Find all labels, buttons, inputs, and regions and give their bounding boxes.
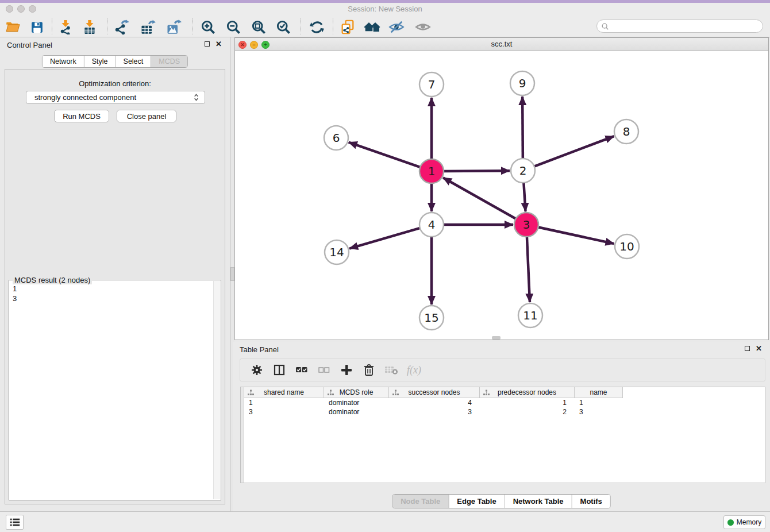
graph-edge-2-3[interactable] [523, 182, 525, 211]
run-mcds-button[interactable]: Run MCDS [54, 110, 109, 122]
column-header-MCDS-role[interactable]: MCDS role [324, 387, 389, 398]
tab-network-table[interactable]: Network Table [505, 495, 572, 508]
export-network-icon[interactable] [114, 19, 130, 35]
network-graph[interactable]: 1234678910111415 [235, 51, 768, 340]
graph-edge-3-1[interactable] [443, 178, 517, 219]
search-input[interactable] [611, 22, 763, 30]
graph-edge-2-9[interactable] [522, 97, 523, 160]
network-window-title: scc.txt [235, 38, 768, 51]
task-history-button[interactable] [6, 515, 24, 530]
hide-selected-icon[interactable] [388, 19, 405, 35]
save-session-icon[interactable] [29, 19, 45, 35]
zoom-in-icon[interactable] [200, 19, 216, 35]
graph-edge-1-6[interactable] [349, 142, 421, 168]
table-cell[interactable]: 1 [575, 398, 623, 407]
close-table-panel-icon[interactable]: ✕ [756, 345, 762, 352]
column-header-name[interactable]: name [575, 387, 623, 398]
graph-node-3[interactable]: 3 [514, 213, 538, 237]
close-panel-icon[interactable]: ✕ [215, 41, 222, 47]
graph-node-9[interactable]: 9 [510, 71, 534, 95]
table-cell[interactable]: 4 [389, 398, 480, 407]
zoom-out-icon[interactable] [225, 19, 241, 35]
mcds-result-text[interactable]: 1 3 [13, 284, 17, 303]
graph-edge-3-11[interactable] [527, 236, 530, 302]
tab-motifs[interactable]: Motifs [572, 495, 610, 508]
apply-layout-icon[interactable] [309, 19, 325, 35]
search-field[interactable] [596, 20, 763, 33]
deselect-all-icon[interactable] [317, 363, 331, 377]
tab-style[interactable]: Style [84, 56, 116, 67]
import-network-icon[interactable] [57, 19, 74, 35]
table-settings-icon[interactable] [250, 363, 264, 377]
show-all-icon[interactable] [415, 19, 431, 35]
zoom-selected-icon[interactable] [275, 19, 291, 35]
network-close-button[interactable]: ✕ [238, 41, 247, 49]
window-close-button[interactable] [6, 5, 13, 13]
column-header-successor-nodes[interactable]: successor nodes [389, 387, 480, 398]
svg-text:2: 2 [519, 164, 527, 178]
clone-network-icon[interactable] [340, 19, 356, 35]
graph-node-7[interactable]: 7 [419, 72, 444, 97]
column-header-shared-name[interactable]: shared name [244, 387, 324, 398]
zoom-fit-icon[interactable] [251, 19, 267, 35]
graph-node-1[interactable]: 1 [419, 159, 444, 183]
import-table-icon[interactable] [82, 19, 98, 35]
graph-node-6[interactable]: 6 [324, 126, 348, 150]
graph-node-8[interactable]: 8 [614, 119, 638, 144]
svg-text:6: 6 [333, 131, 340, 145]
network-canvas[interactable]: 1234678910111415 [235, 51, 768, 340]
tab-edge-table[interactable]: Edge Table [449, 495, 505, 508]
float-table-panel-icon[interactable] [745, 346, 750, 351]
divider-handle[interactable] [230, 267, 234, 281]
export-table-icon[interactable] [140, 19, 156, 35]
show-columns-icon[interactable] [272, 363, 286, 377]
graph-node-14[interactable]: 14 [325, 240, 349, 264]
window-traffic-lights[interactable] [6, 5, 36, 13]
table-cell[interactable]: dominator [324, 398, 389, 407]
graph-node-10[interactable]: 10 [615, 234, 639, 259]
result-scrollbar[interactable] [213, 281, 220, 499]
network-window-titlebar[interactable]: ✕ − + scc.txt [235, 38, 768, 51]
table-cell[interactable]: dominator [324, 407, 389, 417]
export-image-icon[interactable] [165, 19, 182, 35]
graph-node-15[interactable]: 15 [419, 306, 444, 330]
table-cell[interactable]: 3 [244, 407, 324, 417]
node-table[interactable]: shared nameMCDS rolesuccessor nodesprede… [240, 387, 765, 483]
table-cell[interactable]: 3 [389, 407, 480, 417]
table-row[interactable]: 3dominator323 [244, 407, 623, 417]
graph-edge-4-14[interactable] [349, 228, 421, 248]
tab-mcds[interactable]: MCDS [151, 56, 187, 67]
close-panel-button[interactable]: Close panel [117, 110, 176, 122]
float-panel-icon[interactable] [205, 41, 210, 47]
graph-edge-2-8[interactable] [533, 136, 614, 167]
delete-column-icon[interactable] [362, 363, 376, 377]
table-cell[interactable]: 3 [575, 407, 623, 417]
toolbar-separator [52, 18, 52, 34]
graph-node-4[interactable]: 4 [419, 213, 444, 237]
graph-edge-3-10[interactable] [537, 227, 614, 244]
criterion-dropdown[interactable]: strongly connected component [26, 91, 205, 104]
network-maximize-button[interactable]: + [261, 41, 270, 49]
open-session-icon[interactable] [5, 19, 21, 35]
tab-node-table[interactable]: Node Table [392, 495, 449, 508]
table-cell[interactable]: 1 [480, 398, 575, 407]
table-cell[interactable]: 2 [480, 407, 575, 417]
tab-network[interactable]: Network [43, 56, 84, 67]
table-row[interactable]: 1dominator411 [244, 398, 623, 407]
select-all-icon[interactable] [295, 363, 309, 377]
graph-node-11[interactable]: 11 [518, 303, 542, 327]
first-neighbors-icon[interactable] [363, 19, 384, 35]
table-cell[interactable]: 1 [244, 398, 324, 407]
graph-edge-1-2[interactable] [442, 171, 510, 171]
window-minimize-button[interactable] [17, 5, 25, 13]
function-builder-icon: f(x) [407, 364, 421, 376]
memory-button[interactable]: Memory [723, 515, 765, 529]
column-header-predecessor-nodes[interactable]: predecessor nodes [480, 387, 575, 398]
svg-text:11: 11 [523, 309, 537, 322]
window-zoom-button[interactable] [29, 5, 36, 13]
tab-select[interactable]: Select [116, 56, 152, 67]
graph-node-2[interactable]: 2 [511, 159, 535, 183]
network-minimize-button[interactable]: − [250, 41, 258, 49]
canvas-hscroll-thumb[interactable] [492, 336, 500, 340]
add-column-icon[interactable] [340, 363, 353, 377]
